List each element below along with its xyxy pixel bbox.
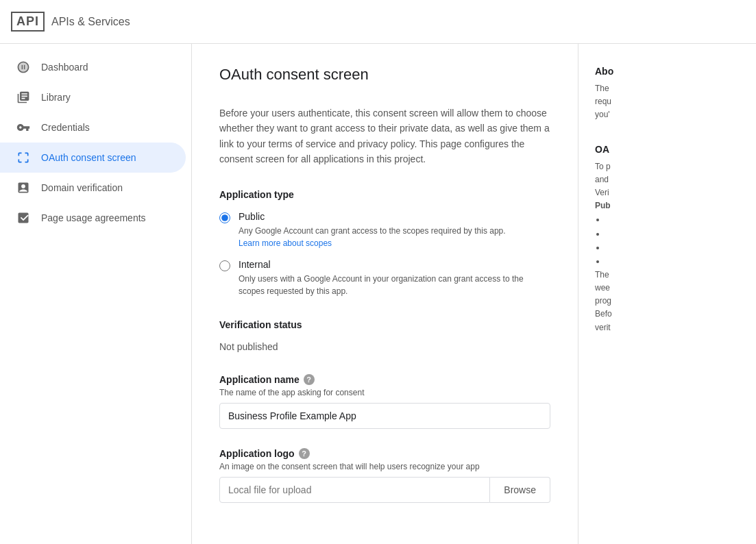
panel-about-section: Abo Therequyou' [595,66,740,122]
application-type-title: Application type [219,189,550,200]
verification-status-title: Verification status [219,319,550,330]
radio-option-public[interactable]: Public Any Google Account can grant acce… [219,211,550,248]
list-item [606,240,740,254]
radio-internal-label: Internal [239,259,550,270]
api-logo: API APIs & Services [11,12,130,32]
main-layout: Dashboard Library Credentials OAuth cons… [0,44,756,544]
page-title: OAuth consent screen [219,66,550,84]
sidebar-item-dashboard-label: Dashboard [41,62,88,73]
radio-internal-desc: Only users with a Google Account in your… [239,273,550,297]
application-name-help-icon[interactable]: ? [304,374,315,385]
radio-public-desc: Any Google Account can grant access to t… [239,225,506,237]
learn-more-scopes-link[interactable]: Learn more about scopes [239,238,332,248]
sidebar-item-dashboard[interactable]: Dashboard [0,52,186,82]
browse-button[interactable]: Browse [490,477,550,503]
panel-oauth-title: OA [595,144,740,155]
sidebar-item-domain-label: Domain verification [41,182,123,193]
application-name-desc: The name of the app asking for consent [219,388,550,397]
sidebar-item-oauth-label: OAuth consent screen [41,152,136,163]
sidebar: Dashboard Library Credentials OAuth cons… [0,44,192,544]
application-logo-desc: An image on the consent screen that will… [219,462,550,471]
api-service-name: APIs & Services [51,16,130,28]
panel-about-title: Abo [595,66,740,77]
application-name-input[interactable] [219,403,550,429]
api-logo-text: API [11,12,45,32]
page-usage-icon [16,211,30,225]
radio-public-label: Public [239,211,506,222]
sidebar-item-page-usage-label: Page usage agreements [41,212,146,223]
verification-status-value: Not published [219,341,550,352]
list-item [606,212,740,226]
sidebar-item-page-usage[interactable]: Page usage agreements [0,203,186,233]
verification-status-section: Verification status Not published [219,319,550,352]
panel-oauth-footer: Theweeprog [595,269,740,308]
upload-row: Browse [219,477,550,503]
panel-oauth-footer2: Befoverit [595,308,740,334]
library-icon [16,90,30,104]
top-header: API APIs & Services [0,0,756,44]
panel-oauth-list [595,212,740,269]
list-item [606,254,740,268]
radio-internal-content: Internal Only users with a Google Accoun… [239,259,550,297]
application-name-section: Application name ? The name of the app a… [219,374,550,429]
sidebar-item-oauth[interactable]: OAuth consent screen [0,143,186,173]
sidebar-item-library-label: Library [41,92,71,103]
description-text: Before your users authenticate, this con… [219,106,550,167]
right-panel: Abo Therequyou' OA To pandVeriPub Thewee… [578,44,756,544]
sidebar-item-credentials-label: Credentials [41,122,90,133]
application-logo-help-icon[interactable]: ? [299,448,310,459]
dashboard-icon [16,60,30,74]
sidebar-item-credentials[interactable]: Credentials [0,112,186,143]
list-item [606,227,740,240]
content-area: OAuth consent screen Before your users a… [192,44,756,544]
application-type-section: Application type Public Any Google Accou… [219,189,550,297]
sidebar-item-domain[interactable]: Domain verification [0,173,186,203]
panel-about-text: Therequyou' [595,82,740,122]
radio-public[interactable] [219,212,230,223]
main-content: OAuth consent screen Before your users a… [192,44,578,544]
file-upload-input[interactable] [219,477,490,503]
credentials-icon [16,121,30,134]
domain-icon [16,181,30,195]
radio-public-content: Public Any Google Account can grant acce… [239,211,506,248]
oauth-icon [16,151,30,164]
panel-oauth-section: OA To pandVeriPub Theweeprog Befoverit [595,144,740,334]
panel-oauth-intro: To pandVeriPub [595,160,740,213]
radio-option-internal[interactable]: Internal Only users with a Google Accoun… [219,259,550,297]
sidebar-item-library[interactable]: Library [0,82,186,112]
application-name-label: Application name ? [219,374,550,385]
application-logo-label: Application logo ? [219,448,550,459]
application-logo-section: Application logo ? An image on the conse… [219,448,550,503]
radio-internal[interactable] [219,260,230,271]
